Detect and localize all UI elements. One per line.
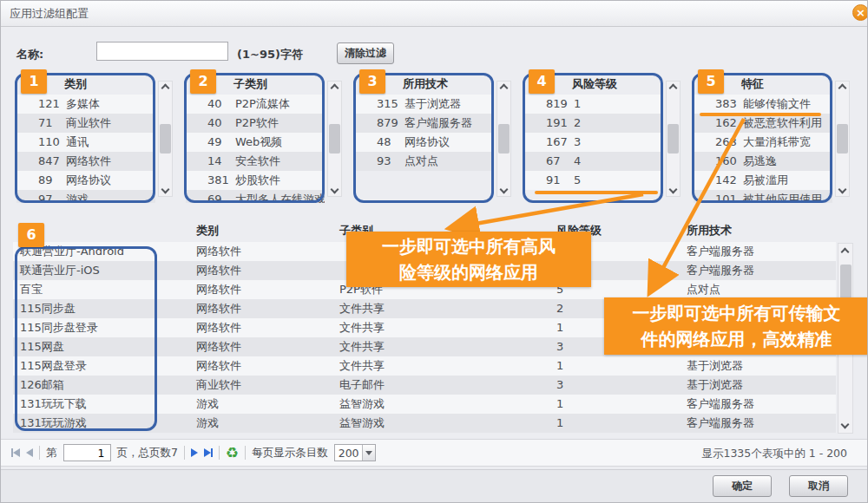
cell: 91 [546, 171, 561, 190]
next-page-icon[interactable] [191, 448, 198, 457]
scroll-down-icon[interactable] [331, 186, 339, 194]
filter-option[interactable]: 268大量消耗带宽 [694, 133, 832, 152]
table-row[interactable]: 131玩玩游戏游戏益智游戏1客户端服务器 [13, 414, 836, 433]
filter-option[interactable]: 40P2P软件 [186, 114, 325, 133]
scroll-up-icon[interactable] [331, 84, 339, 93]
filter-option[interactable]: 40P2P流媒体 [186, 95, 325, 114]
page-input[interactable] [63, 444, 111, 461]
filter-option[interactable]: 879客户端服务器 [355, 114, 494, 133]
filter-option[interactable]: 674 [524, 152, 663, 171]
cell: 162 [715, 114, 737, 133]
cell: 游戏 [196, 395, 219, 414]
filter-option[interactable]: 121多媒体 [16, 95, 155, 114]
scroll-up-icon[interactable] [161, 84, 170, 93]
scrollbar[interactable] [496, 81, 511, 197]
cell: 网络软件 [196, 356, 241, 376]
filter-option[interactable]: 89网络协议 [16, 171, 155, 190]
scrollbar[interactable] [835, 81, 850, 197]
cell: P2P流媒体 [235, 95, 290, 114]
filter-option[interactable]: 8191 [524, 95, 663, 114]
filter-option[interactable]: 142易被滥用 [694, 171, 832, 190]
name-label: 名称: [16, 47, 43, 62]
filter-option[interactable]: 49Web视频 [186, 133, 325, 152]
scrollbar[interactable] [327, 81, 342, 197]
filter-option[interactable]: 110通讯 [16, 133, 155, 152]
cell: 1 [556, 414, 563, 433]
filter-option[interactable]: 383能够传输文件 [694, 95, 832, 114]
cell: 游戏 [196, 414, 219, 433]
annotation-underline-transfer [700, 113, 821, 116]
refresh-icon[interactable]: ♻ [226, 446, 239, 461]
scroll-down-icon[interactable] [161, 186, 170, 194]
scrollbar-thumb[interactable] [498, 124, 510, 154]
per-page-select[interactable]: 200 [334, 444, 376, 461]
cell: 160 [715, 152, 737, 171]
cancel-button[interactable]: 取消 [789, 475, 848, 497]
prev-page-icon[interactable] [26, 448, 33, 457]
cell: 网络软件 [196, 318, 241, 337]
scrollbar-thumb[interactable] [329, 124, 340, 154]
filter-option[interactable]: 847网络软件 [16, 152, 155, 171]
annotation-badge-4: 4 [529, 69, 555, 94]
cell: 炒股软件 [235, 171, 280, 190]
dialog-title: 应用过滤组配置 [10, 1, 89, 27]
scroll-up-icon[interactable] [500, 84, 509, 93]
cell: 40 [207, 95, 222, 114]
dropdown-arrow-icon[interactable] [362, 445, 375, 461]
divider [39, 446, 40, 460]
filter-option[interactable]: 97游戏 [16, 190, 155, 203]
clear-filter-button[interactable]: 清除过滤 [337, 42, 394, 64]
first-page-icon[interactable] [11, 448, 20, 457]
cell: 167 [546, 133, 568, 152]
filter-option[interactable]: 69大型多人在线游戏 [186, 190, 325, 203]
filter-option[interactable]: 162被恶意软件利用 [694, 114, 832, 133]
scroll-down-icon[interactable] [838, 186, 847, 194]
cell: 商业软件 [66, 114, 111, 133]
cell: 网络软件 [196, 261, 241, 280]
scrollbar[interactable] [158, 81, 173, 197]
table-row[interactable]: 115网盘登录网络软件文件共享1基于浏览器 [13, 356, 836, 376]
filter-option[interactable]: 915 [524, 171, 663, 190]
filter-option[interactable]: 71商业软件 [16, 114, 155, 133]
name-input[interactable] [96, 42, 228, 61]
filter-option[interactable]: 101被其他应用使用 [694, 190, 832, 203]
filter-option[interactable]: 1673 [524, 133, 663, 152]
filter-option[interactable]: 160易逃逸 [694, 152, 832, 171]
scroll-down-icon[interactable] [841, 421, 850, 429]
filter-option[interactable]: 93点对点 [355, 152, 494, 171]
cell: 89 [38, 171, 53, 190]
cell: 客户端服务器 [687, 261, 754, 280]
name-hint: (1~95)字符 [237, 47, 303, 62]
cell: 电子邮件 [339, 376, 385, 395]
annotation-badge-5: 5 [698, 69, 724, 94]
annotation-badge-2: 2 [190, 69, 216, 94]
scrollbar-thumb[interactable] [837, 124, 848, 154]
page-total-label: 页，总页数7 [117, 446, 178, 461]
scrollbar-thumb[interactable] [667, 124, 679, 154]
filter-option[interactable]: 1912 [524, 114, 663, 133]
close-icon[interactable]: × [852, 4, 868, 21]
filter-option[interactable]: 14安全软件 [186, 152, 325, 171]
scrollbar-thumb[interactable] [160, 124, 171, 154]
filter-option[interactable]: 315基于浏览器 [355, 95, 494, 114]
scroll-up-icon[interactable] [838, 84, 847, 93]
scroll-up-icon[interactable] [841, 248, 850, 257]
cell: 网络软件 [196, 299, 241, 318]
scroll-down-icon[interactable] [669, 186, 678, 194]
last-page-icon[interactable] [204, 448, 213, 457]
scrollbar[interactable] [666, 81, 681, 197]
ok-button[interactable]: 确定 [713, 475, 772, 497]
scroll-down-icon[interactable] [500, 186, 509, 194]
cell: 安全软件 [235, 152, 280, 171]
cell: 客户端服务器 [687, 414, 754, 433]
cell: 67 [546, 152, 561, 171]
filter-option[interactable]: 48网络协议 [355, 133, 494, 152]
table-row[interactable]: 126邮箱商业软件电子邮件3基于浏览器 [13, 376, 836, 395]
callout-line: 件的网络应用，高效精准 [604, 326, 868, 352]
pagination-bar: 第 页，总页数7 ♻ 每页显示条目数 200 显示1335个表项中的 1 - 2… [1, 439, 867, 467]
scroll-up-icon[interactable] [669, 84, 678, 93]
cell: 1 [556, 356, 563, 376]
filter-option[interactable]: 381炒股软件 [186, 171, 325, 190]
cell: 115网盘 [20, 337, 64, 356]
table-row[interactable]: 131玩玩下载游戏益智游戏1客户端服务器 [13, 395, 836, 414]
